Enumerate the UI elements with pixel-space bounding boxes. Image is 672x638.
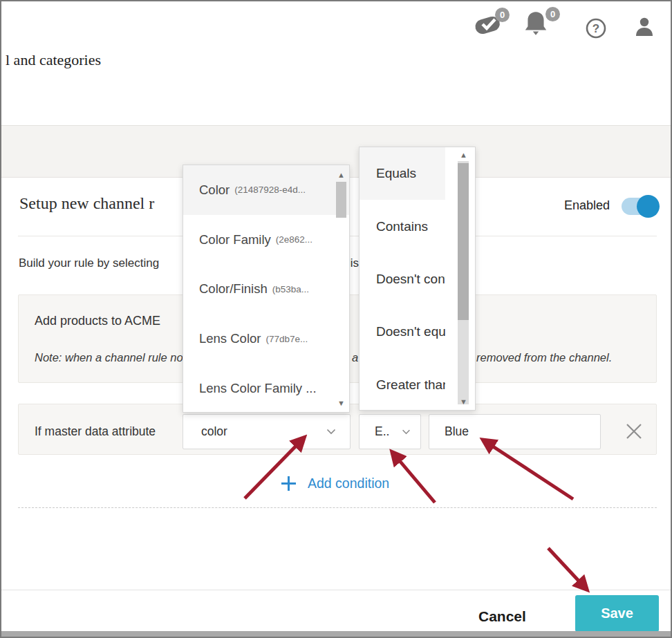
help-icon: ?	[585, 17, 607, 39]
dropdown-option-color-finish[interactable]: Color/Finish (b53ba...	[183, 265, 349, 315]
instruction-text: Build your rule by selecting	[19, 256, 159, 270]
app-window: 0 0 ? l and categories Setup new channel…	[0, 0, 672, 638]
rule-note-fragment: a	[352, 351, 358, 364]
dropdown-option-color-family[interactable]: Color Family (2e862...	[183, 215, 349, 265]
attribute-select-value: color	[201, 424, 227, 439]
option-name: Lens Color	[199, 331, 261, 346]
dropdown-option-lens-color[interactable]: Lens Color (77db7e...	[183, 314, 349, 364]
arrow-to-save-button	[548, 548, 586, 588]
help-button[interactable]: ?	[585, 17, 607, 39]
scroll-down-icon[interactable]: ▼	[460, 398, 467, 406]
user-profile-button[interactable]	[633, 16, 655, 38]
dropdown-option-lens-color-family[interactable]: Lens Color Family ...	[183, 364, 349, 413]
user-icon	[633, 16, 655, 38]
rule-box-title: Add products to ACME	[35, 314, 160, 328]
dropdown-option-greater-than[interactable]: Greater than	[360, 359, 445, 411]
scroll-up-icon[interactable]: ▲	[337, 171, 345, 179]
enabled-toggle[interactable]	[622, 198, 657, 215]
add-condition-label: Add condition	[308, 476, 389, 491]
remove-condition-button[interactable]	[625, 422, 643, 440]
condition-label: If master data attribute	[35, 424, 156, 439]
operator-select-value: E..	[375, 424, 389, 439]
plus-icon	[281, 476, 297, 491]
option-name: Lens Color Family ...	[199, 381, 317, 396]
attribute-dropdown: Color (21487928-e4d... Color Family (2e8…	[183, 165, 350, 413]
dropdown-option-contains[interactable]: Contains	[360, 200, 445, 252]
attribute-select[interactable]: color	[183, 414, 351, 449]
option-id: (2e862...	[276, 234, 312, 245]
sync-count-badge: 0	[495, 8, 510, 22]
rule-note-end: removed from the channel.	[476, 351, 612, 364]
bell-icon	[523, 9, 548, 38]
chevron-down-icon	[402, 429, 411, 435]
panel-title: Setup new channel r	[19, 194, 154, 213]
horizontal-scrollbar[interactable]	[1, 631, 671, 637]
option-name: Color/Finish	[199, 281, 268, 297]
save-button[interactable]: Save	[575, 595, 659, 632]
scroll-up-icon[interactable]: ▲	[460, 151, 467, 159]
option-id: (77db7e...	[265, 334, 308, 344]
toggle-knob	[637, 195, 660, 218]
dropdown-option-doesnt-contain[interactable]: Doesn't contain	[360, 253, 445, 306]
enabled-label: Enabled	[564, 198, 610, 213]
rule-note: Note: when a channel rule no	[35, 351, 183, 364]
option-name: Color	[199, 182, 230, 198]
add-condition-button[interactable]: Add condition	[281, 476, 389, 491]
scrollbar-thumb[interactable]	[336, 182, 346, 218]
option-id: (b53ba...	[272, 284, 309, 294]
footer-divider	[1, 590, 671, 590]
condition-value-input[interactable]	[429, 414, 601, 449]
scroll-down-icon[interactable]: ▼	[337, 400, 345, 407]
close-icon	[625, 422, 643, 440]
operator-select[interactable]: E..	[359, 414, 421, 449]
dropdown-option-color[interactable]: Color (21487928-e4d...	[183, 165, 349, 215]
dropdown-option-doesnt-equal[interactable]: Doesn't equal	[360, 306, 445, 358]
cancel-button[interactable]: Cancel	[474, 608, 530, 626]
option-id: (21487928-e4d...	[234, 185, 306, 195]
page-title: l and categories	[6, 51, 101, 69]
notifications-button[interactable]: 0	[523, 9, 554, 38]
chevron-down-icon	[326, 429, 336, 435]
dropdown-option-equals[interactable]: Equals	[360, 147, 445, 200]
notifications-count-badge: 0	[545, 7, 560, 21]
svg-text:?: ?	[592, 22, 599, 35]
scrollbar-thumb[interactable]	[458, 163, 469, 320]
operator-dropdown: Equals Contains Doesn't contain Doesn't …	[359, 147, 476, 411]
sync-status-button[interactable]: 0	[473, 10, 503, 39]
option-name: Color Family	[199, 232, 271, 247]
